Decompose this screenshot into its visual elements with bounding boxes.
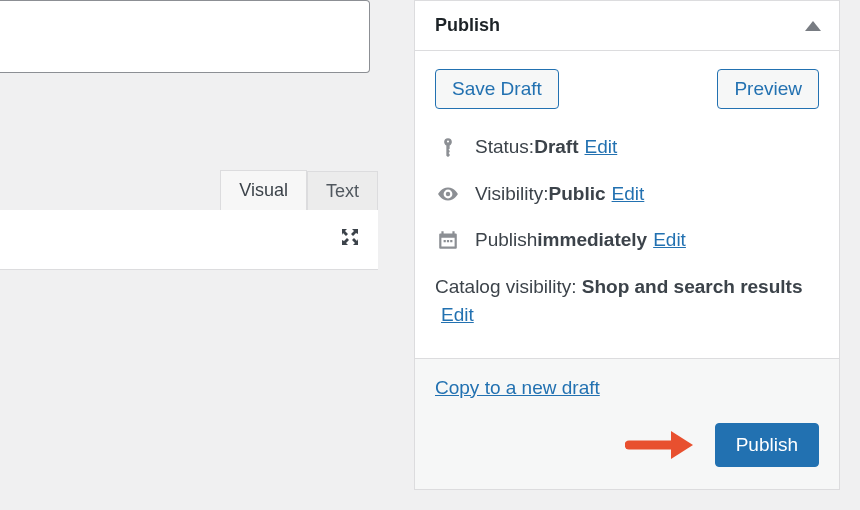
calendar-icon xyxy=(435,229,461,251)
publish-header[interactable]: Publish xyxy=(415,1,839,51)
preview-button[interactable]: Preview xyxy=(717,69,819,109)
schedule-prefix: Publish xyxy=(475,226,537,255)
catalog-label: Catalog visibility: xyxy=(435,276,582,297)
catalog-row: Catalog visibility: Shop and search resu… xyxy=(435,273,819,330)
schedule-row: Publish immediately Edit xyxy=(435,226,819,255)
editor-toolbar xyxy=(0,210,378,270)
fullscreen-icon[interactable] xyxy=(340,227,360,252)
annotation-arrow-icon xyxy=(625,427,697,463)
catalog-value: Shop and search results xyxy=(582,276,803,297)
publish-footer: Copy to a new draft Publish xyxy=(415,358,839,489)
publish-button-row: Publish xyxy=(435,423,819,467)
visibility-row: Visibility: Public Edit xyxy=(435,180,819,209)
save-draft-button[interactable]: Save Draft xyxy=(435,69,559,109)
eye-icon xyxy=(435,183,461,205)
status-label: Status: xyxy=(475,133,534,162)
visibility-value: Public xyxy=(549,180,606,209)
visibility-edit-link[interactable]: Edit xyxy=(612,180,645,209)
tab-text[interactable]: Text xyxy=(307,171,378,212)
copy-to-draft-link[interactable]: Copy to a new draft xyxy=(435,377,600,399)
schedule-value: immediately xyxy=(537,226,647,255)
tab-visual[interactable]: Visual xyxy=(220,170,307,212)
key-icon xyxy=(435,136,461,158)
panel-title: Publish xyxy=(435,15,500,36)
editor-tabs: Visual Text xyxy=(0,170,378,212)
visibility-label: Visibility: xyxy=(475,180,549,209)
status-edit-link[interactable]: Edit xyxy=(585,133,618,162)
publish-body: Save Draft Preview Status: Draft Edit Vi… xyxy=(415,51,839,358)
action-button-row: Save Draft Preview xyxy=(435,69,819,109)
schedule-edit-link[interactable]: Edit xyxy=(653,226,686,255)
collapse-triangle-icon xyxy=(805,21,821,31)
title-input[interactable] xyxy=(0,0,370,73)
publish-metabox: Publish Save Draft Preview Status: Draft… xyxy=(414,0,840,490)
status-value: Draft xyxy=(534,133,578,162)
publish-button[interactable]: Publish xyxy=(715,423,819,467)
status-row: Status: Draft Edit xyxy=(435,133,819,162)
catalog-edit-link[interactable]: Edit xyxy=(441,304,474,325)
